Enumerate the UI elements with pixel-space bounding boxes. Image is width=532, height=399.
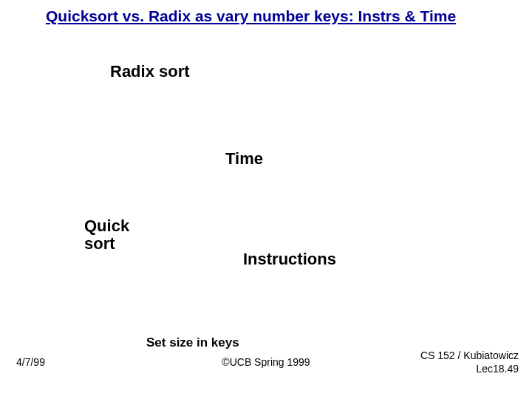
slide-title: Quicksort vs. Radix as vary number keys:… xyxy=(0,7,532,25)
footer-course: CS 152 / Kubiatowicz xyxy=(420,349,519,363)
footer-lecture: Lec18.49 xyxy=(420,363,519,376)
label-radix-sort: Radix sort xyxy=(110,62,190,81)
label-quick-line2: sort xyxy=(84,235,115,253)
label-x-axis: Set size in keys xyxy=(146,335,239,350)
label-quick-line1: Quick xyxy=(84,217,129,235)
slide: Quicksort vs. Radix as vary number keys:… xyxy=(0,0,532,399)
label-instructions: Instructions xyxy=(243,250,336,269)
footer-right: CS 152 / Kubiatowicz Lec18.49 xyxy=(420,349,519,375)
label-time: Time xyxy=(225,149,263,168)
title-wrap: Quicksort vs. Radix as vary number keys:… xyxy=(0,7,532,25)
